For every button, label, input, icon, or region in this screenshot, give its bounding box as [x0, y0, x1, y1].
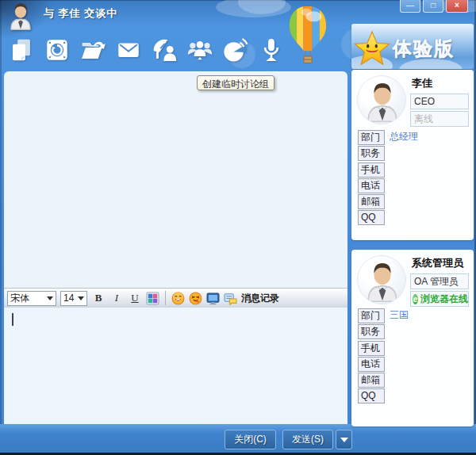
window-controls: — □ × [400, 0, 468, 13]
contact-title: OA 管理员 [410, 273, 469, 289]
info-row: QQ [358, 388, 469, 403]
info-row: 手机 [358, 162, 469, 178]
info-row: 邮箱 [358, 372, 469, 388]
contact-name: 李佳 [412, 76, 469, 90]
discussion-group-icon[interactable] [186, 36, 213, 63]
chevron-down-icon [340, 438, 348, 442]
field-label: 电话 [358, 357, 385, 372]
header-toolbar [8, 36, 285, 63]
field-label: 职务 [358, 146, 385, 161]
broadcast-icon[interactable] [222, 36, 249, 63]
info-row: QQ [358, 209, 469, 225]
font-color-icon[interactable] [146, 292, 159, 305]
info-row: 部门 总经理 [358, 129, 469, 145]
divider [165, 291, 166, 305]
title-avatar-icon [6, 1, 36, 31]
disk-icon[interactable] [44, 36, 71, 63]
contact-title: CEO [410, 94, 469, 109]
send-file-icon[interactable] [79, 36, 106, 63]
field-label: 部门 [358, 130, 385, 145]
contact-card: 系统管理员 OA 管理员 e 浏览器在线 部门 三国 职务 手机 电话 [351, 250, 474, 426]
status-text: 浏览器在线 [420, 292, 468, 306]
field-label: QQ [358, 388, 385, 403]
trial-banner-label: 体验版 [393, 36, 455, 61]
info-row: 邮箱 [358, 193, 469, 209]
contact-name: 系统管理员 [412, 256, 469, 270]
field-label: 部门 [358, 308, 385, 323]
tooltip: 创建临时讨论组 [197, 75, 274, 90]
chat-window: 与 李佳 交谈中 — □ × [0, 0, 476, 455]
bold-button[interactable]: B [91, 292, 106, 304]
chevron-down-icon [78, 296, 84, 300]
browser-online-icon: e [413, 294, 418, 304]
field-label: 邮箱 [358, 373, 385, 388]
underline-button[interactable]: U [128, 292, 142, 304]
info-row: 部门 三国 [358, 308, 469, 323]
send-options-button[interactable] [336, 430, 352, 449]
contact-info: 部门 总经理 职务 手机 电话 邮箱 QQ [358, 129, 469, 226]
status-badge: e 浏览器在线 [410, 291, 469, 307]
titlebar[interactable]: 与 李佳 交谈中 — □ × [0, 0, 476, 24]
field-label: 电话 [358, 178, 385, 193]
chevron-down-icon [47, 296, 53, 300]
person-icon [360, 79, 405, 124]
avatar[interactable] [357, 255, 406, 304]
message-input[interactable] [4, 308, 347, 424]
message-history-icon[interactable] [224, 292, 237, 305]
star-icon [353, 30, 391, 68]
screen-capture-icon[interactable] [206, 292, 220, 305]
field-label: 手机 [358, 341, 385, 356]
field-label: QQ [358, 210, 385, 225]
info-row: 职务 [358, 323, 469, 339]
contact-info: 部门 三国 职务 手机 电话 邮箱 QQ [358, 308, 469, 404]
message-history-label[interactable]: 消息记录 [241, 292, 279, 305]
chat-message-view[interactable] [4, 71, 347, 288]
avatar[interactable] [357, 75, 406, 124]
field-label: 邮箱 [358, 194, 385, 209]
maximize-button[interactable]: □ [423, 0, 443, 13]
send-button[interactable]: 发送(S) [282, 430, 333, 449]
info-row: 电话 [358, 356, 469, 372]
minimize-button[interactable]: — [400, 0, 420, 13]
italic-button[interactable]: I [109, 292, 124, 304]
info-row: 电话 [358, 178, 469, 193]
text-caret [12, 313, 13, 326]
bottom-bar: 关闭(C) 发送(S) [0, 424, 476, 455]
mail-icon[interactable] [115, 36, 142, 63]
contact-card: 李佳 CEO 离线 部门 总经理 职务 手机 电话 邮箱 [351, 70, 474, 240]
close-button[interactable]: 关闭(C) [225, 430, 276, 449]
field-label: 手机 [358, 162, 385, 178]
status-badge: 离线 [410, 111, 469, 127]
emoticon-wink-icon[interactable] [189, 292, 202, 305]
font-size-select[interactable]: 14 [60, 291, 87, 306]
font-size-value: 14 [63, 292, 74, 304]
info-row: 手机 [358, 340, 469, 356]
font-family-select[interactable]: 宋体 [7, 291, 56, 306]
field-value[interactable]: 三国 [390, 308, 409, 322]
trial-banner: 体验版 [351, 24, 474, 69]
field-value[interactable]: 总经理 [390, 130, 418, 143]
window-title: 与 李佳 交谈中 [44, 6, 117, 21]
files-icon[interactable] [8, 36, 35, 63]
person-icon [360, 259, 405, 304]
close-window-button[interactable]: × [446, 0, 468, 13]
remote-desktop-icon[interactable] [151, 36, 178, 63]
info-row: 职务 [358, 145, 469, 161]
emoticon-smile-icon[interactable] [171, 292, 185, 305]
field-label: 职务 [358, 324, 385, 339]
voice-icon[interactable] [258, 36, 285, 63]
font-family-value: 宋体 [10, 292, 29, 305]
format-toolbar: 宋体 14 B I U [4, 288, 347, 308]
